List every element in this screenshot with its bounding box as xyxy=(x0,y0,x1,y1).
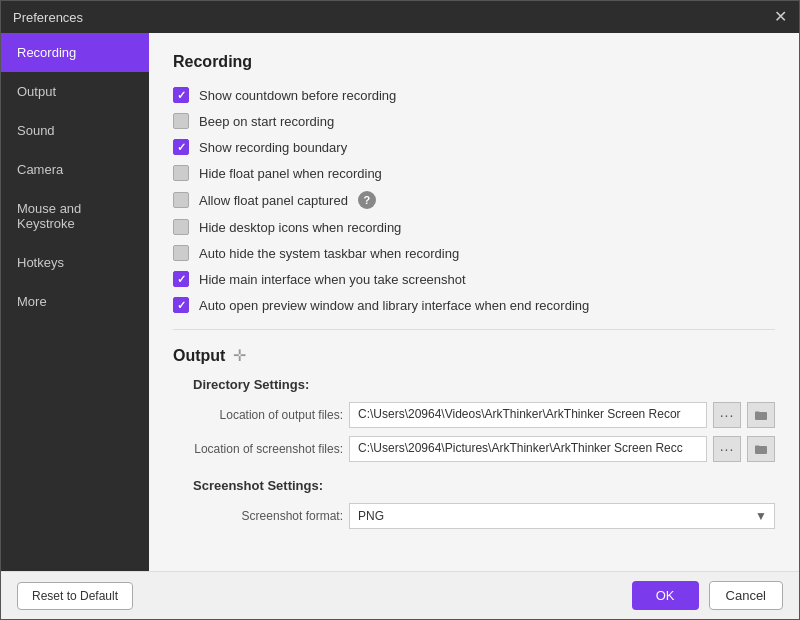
checkbox-beep-on-start[interactable]: Beep on start recording xyxy=(173,113,775,129)
reset-default-button[interactable]: Reset to Default xyxy=(17,582,133,610)
checkbox-show-countdown[interactable]: Show countdown before recording xyxy=(173,87,775,103)
checkbox-checked-icon[interactable] xyxy=(173,139,189,155)
window-title: Preferences xyxy=(13,10,83,25)
sidebar-item-recording[interactable]: Recording xyxy=(1,33,149,72)
sidebar-item-more[interactable]: More xyxy=(1,282,149,321)
checkbox-auto-hide-taskbar[interactable]: Auto hide the system taskbar when record… xyxy=(173,245,775,261)
output-files-label: Location of output files: xyxy=(173,408,343,422)
screenshot-files-row: Location of screenshot files: C:\Users\2… xyxy=(173,436,775,462)
screenshot-files-folder-button[interactable] xyxy=(747,436,775,462)
output-header: Output ✛ xyxy=(173,346,775,365)
svg-rect-0 xyxy=(755,412,767,420)
checkbox-unchecked-icon[interactable] xyxy=(173,192,189,208)
checkbox-auto-open-preview[interactable]: Auto open preview window and library int… xyxy=(173,297,775,313)
sidebar-item-camera[interactable]: Camera xyxy=(1,150,149,189)
section-divider xyxy=(173,329,775,330)
close-button[interactable]: ✕ xyxy=(774,9,787,25)
output-files-row: Location of output files: C:\Users\20964… xyxy=(173,402,775,428)
output-files-path[interactable]: C:\Users\20964\Videos\ArkThinker\ArkThin… xyxy=(349,402,707,428)
sidebar-item-sound[interactable]: Sound xyxy=(1,111,149,150)
sidebar-item-mouse-keystroke[interactable]: Mouse and Keystroke xyxy=(1,189,149,243)
screenshot-files-dots-button[interactable]: ··· xyxy=(713,436,741,462)
output-section: Output ✛ Directory Settings: Location of… xyxy=(173,346,775,529)
sidebar-item-output[interactable]: Output xyxy=(1,72,149,111)
help-icon[interactable]: ? xyxy=(358,191,376,209)
directory-settings-label: Directory Settings: xyxy=(193,377,775,392)
main-content: Recording Output Sound Camera Mouse and … xyxy=(1,33,799,571)
checkbox-hide-desktop-icons[interactable]: Hide desktop icons when recording xyxy=(173,219,775,235)
output-files-folder-button[interactable] xyxy=(747,402,775,428)
titlebar: Preferences ✕ xyxy=(1,1,799,33)
checkbox-checked-icon[interactable] xyxy=(173,297,189,313)
footer: Reset to Default OK Cancel xyxy=(1,571,799,619)
cancel-button[interactable]: Cancel xyxy=(709,581,783,610)
checkbox-hide-float-panel[interactable]: Hide float panel when recording xyxy=(173,165,775,181)
checkbox-unchecked-icon[interactable] xyxy=(173,113,189,129)
content-area: Recording Show countdown before recordin… xyxy=(149,33,799,571)
output-files-dots-button[interactable]: ··· xyxy=(713,402,741,428)
checkbox-hide-main-interface[interactable]: Hide main interface when you take screen… xyxy=(173,271,775,287)
footer-right: OK Cancel xyxy=(632,581,783,610)
screenshot-files-path[interactable]: C:\Users\20964\Pictures\ArkThinker\ArkTh… xyxy=(349,436,707,462)
checkbox-unchecked-icon[interactable] xyxy=(173,219,189,235)
svg-rect-1 xyxy=(755,446,767,454)
checkbox-allow-float-captured[interactable]: Allow float panel captured ? xyxy=(173,191,775,209)
sidebar-item-hotkeys[interactable]: Hotkeys xyxy=(1,243,149,282)
format-row: Screenshot format: PNG JPG BMP GIF ▼ xyxy=(173,503,775,529)
move-icon[interactable]: ✛ xyxy=(233,346,246,365)
screenshot-settings-label: Screenshot Settings: xyxy=(193,478,775,493)
ok-button[interactable]: OK xyxy=(632,581,699,610)
checkbox-checked-icon[interactable] xyxy=(173,87,189,103)
preferences-window: Preferences ✕ Recording Output Sound Cam… xyxy=(0,0,800,620)
checkbox-show-boundary[interactable]: Show recording boundary xyxy=(173,139,775,155)
format-select-wrapper[interactable]: PNG JPG BMP GIF ▼ xyxy=(349,503,775,529)
recording-section-title: Recording xyxy=(173,53,775,71)
checkbox-unchecked-icon[interactable] xyxy=(173,245,189,261)
checkbox-unchecked-icon[interactable] xyxy=(173,165,189,181)
screenshot-format-label: Screenshot format: xyxy=(173,509,343,523)
screenshot-format-select[interactable]: PNG JPG BMP GIF xyxy=(349,503,775,529)
sidebar: Recording Output Sound Camera Mouse and … xyxy=(1,33,149,571)
screenshot-settings-section: Screenshot Settings: Screenshot format: … xyxy=(173,478,775,529)
output-section-title: Output xyxy=(173,347,225,365)
checkbox-checked-icon[interactable] xyxy=(173,271,189,287)
screenshot-files-label: Location of screenshot files: xyxy=(173,442,343,456)
